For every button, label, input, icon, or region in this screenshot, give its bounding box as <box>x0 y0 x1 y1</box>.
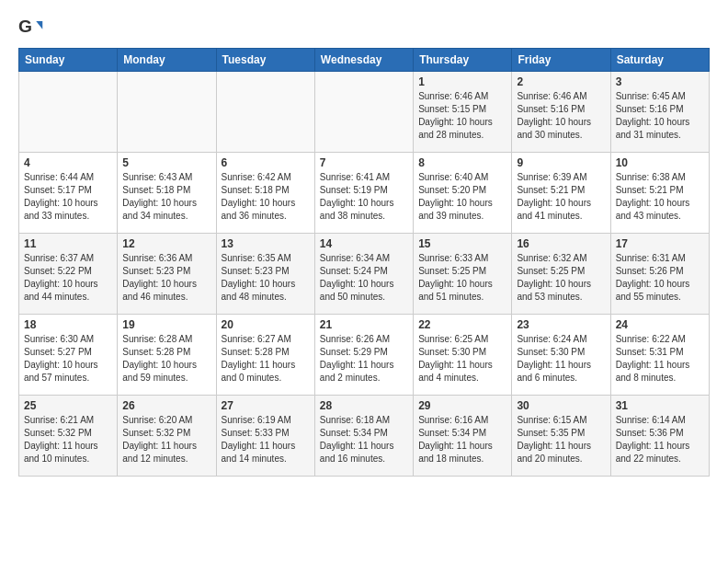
weekday-header-tuesday: Tuesday <box>216 49 314 72</box>
day-number: 7 <box>320 156 408 169</box>
day-cell: 6Sunrise: 6:42 AMSunset: 5:18 PMDaylight… <box>216 153 314 234</box>
day-cell: 20Sunrise: 6:27 AMSunset: 5:28 PMDayligh… <box>216 315 314 396</box>
day-cell: 21Sunrise: 6:26 AMSunset: 5:29 PMDayligh… <box>314 315 413 396</box>
day-info: Sunrise: 6:40 AMSunset: 5:20 PMDaylight:… <box>418 171 506 223</box>
weekday-header-thursday: Thursday <box>414 49 512 72</box>
day-number: 23 <box>517 318 605 331</box>
day-number: 10 <box>616 156 704 169</box>
day-cell: 8Sunrise: 6:40 AMSunset: 5:20 PMDaylight… <box>414 153 512 234</box>
day-info: Sunrise: 6:30 AMSunset: 5:27 PMDaylight:… <box>24 333 112 385</box>
day-cell: 12Sunrise: 6:36 AMSunset: 5:23 PMDayligh… <box>118 234 216 315</box>
day-info: Sunrise: 6:25 AMSunset: 5:30 PMDaylight:… <box>418 333 506 385</box>
day-info: Sunrise: 6:20 AMSunset: 5:32 PMDaylight:… <box>122 414 210 465</box>
day-cell <box>314 72 413 153</box>
day-number: 25 <box>24 399 112 412</box>
day-number: 22 <box>418 318 506 331</box>
day-number: 17 <box>616 237 704 250</box>
day-info: Sunrise: 6:18 AMSunset: 5:34 PMDaylight:… <box>320 414 408 465</box>
day-number: 18 <box>24 318 112 331</box>
day-info: Sunrise: 6:45 AMSunset: 5:16 PMDaylight:… <box>616 90 704 142</box>
logo: G <box>18 15 48 40</box>
day-cell: 1Sunrise: 6:46 AMSunset: 5:15 PMDaylight… <box>414 72 512 153</box>
day-number: 13 <box>222 237 310 250</box>
day-info: Sunrise: 6:46 AMSunset: 5:16 PMDaylight:… <box>517 90 605 142</box>
week-row-2: 4Sunrise: 6:44 AMSunset: 5:17 PMDaylight… <box>19 153 710 234</box>
day-info: Sunrise: 6:38 AMSunset: 5:21 PMDaylight:… <box>616 171 704 223</box>
weekday-header-monday: Monday <box>118 49 216 72</box>
day-number: 30 <box>517 399 605 412</box>
day-cell: 19Sunrise: 6:28 AMSunset: 5:28 PMDayligh… <box>118 315 216 396</box>
day-number: 1 <box>418 75 506 88</box>
day-number: 14 <box>320 237 408 250</box>
day-info: Sunrise: 6:26 AMSunset: 5:29 PMDaylight:… <box>320 333 408 385</box>
day-cell: 29Sunrise: 6:16 AMSunset: 5:34 PMDayligh… <box>414 396 512 477</box>
day-cell: 28Sunrise: 6:18 AMSunset: 5:34 PMDayligh… <box>314 396 413 477</box>
day-cell: 3Sunrise: 6:45 AMSunset: 5:16 PMDaylight… <box>610 72 709 153</box>
day-info: Sunrise: 6:44 AMSunset: 5:17 PMDaylight:… <box>24 171 112 223</box>
week-row-3: 11Sunrise: 6:37 AMSunset: 5:22 PMDayligh… <box>19 234 710 315</box>
day-info: Sunrise: 6:32 AMSunset: 5:25 PMDaylight:… <box>517 252 605 304</box>
day-cell: 22Sunrise: 6:25 AMSunset: 5:30 PMDayligh… <box>414 315 512 396</box>
day-cell: 31Sunrise: 6:14 AMSunset: 5:36 PMDayligh… <box>610 396 709 477</box>
day-cell: 16Sunrise: 6:32 AMSunset: 5:25 PMDayligh… <box>512 234 610 315</box>
day-info: Sunrise: 6:19 AMSunset: 5:33 PMDaylight:… <box>222 414 310 465</box>
day-info: Sunrise: 6:22 AMSunset: 5:31 PMDaylight:… <box>616 333 704 385</box>
day-cell: 9Sunrise: 6:39 AMSunset: 5:21 PMDaylight… <box>512 153 610 234</box>
day-number: 15 <box>418 237 506 250</box>
weekday-header-sunday: Sunday <box>19 49 118 72</box>
day-cell <box>118 72 216 153</box>
day-cell: 15Sunrise: 6:33 AMSunset: 5:25 PMDayligh… <box>414 234 512 315</box>
day-number: 5 <box>122 156 210 169</box>
day-cell: 2Sunrise: 6:46 AMSunset: 5:16 PMDaylight… <box>512 72 610 153</box>
day-info: Sunrise: 6:39 AMSunset: 5:21 PMDaylight:… <box>517 171 605 223</box>
day-info: Sunrise: 6:46 AMSunset: 5:15 PMDaylight:… <box>418 90 506 142</box>
day-info: Sunrise: 6:16 AMSunset: 5:34 PMDaylight:… <box>418 414 506 465</box>
day-number: 31 <box>616 399 704 412</box>
weekday-header-saturday: Saturday <box>610 49 709 72</box>
day-info: Sunrise: 6:43 AMSunset: 5:18 PMDaylight:… <box>122 171 210 223</box>
day-info: Sunrise: 6:33 AMSunset: 5:25 PMDaylight:… <box>418 252 506 304</box>
logo-icon: G <box>18 15 44 40</box>
day-cell: 10Sunrise: 6:38 AMSunset: 5:21 PMDayligh… <box>610 153 709 234</box>
day-cell: 13Sunrise: 6:35 AMSunset: 5:23 PMDayligh… <box>216 234 314 315</box>
day-info: Sunrise: 6:31 AMSunset: 5:26 PMDaylight:… <box>616 252 704 304</box>
day-info: Sunrise: 6:24 AMSunset: 5:30 PMDaylight:… <box>517 333 605 385</box>
weekday-header-wednesday: Wednesday <box>314 49 413 72</box>
day-cell: 14Sunrise: 6:34 AMSunset: 5:24 PMDayligh… <box>314 234 413 315</box>
weekday-header-row: SundayMondayTuesdayWednesdayThursdayFrid… <box>19 49 710 72</box>
week-row-1: 1Sunrise: 6:46 AMSunset: 5:15 PMDaylight… <box>19 72 710 153</box>
day-number: 28 <box>320 399 408 412</box>
week-row-4: 18Sunrise: 6:30 AMSunset: 5:27 PMDayligh… <box>19 315 710 396</box>
day-number: 27 <box>222 399 310 412</box>
day-number: 8 <box>418 156 506 169</box>
day-cell: 25Sunrise: 6:21 AMSunset: 5:32 PMDayligh… <box>19 396 118 477</box>
day-number: 4 <box>24 156 112 169</box>
day-number: 3 <box>616 75 704 88</box>
week-row-5: 25Sunrise: 6:21 AMSunset: 5:32 PMDayligh… <box>19 396 710 477</box>
day-number: 16 <box>517 237 605 250</box>
day-cell <box>216 72 314 153</box>
day-info: Sunrise: 6:28 AMSunset: 5:28 PMDaylight:… <box>122 333 210 385</box>
day-number: 2 <box>517 75 605 88</box>
svg-marker-1 <box>36 21 42 29</box>
day-cell: 23Sunrise: 6:24 AMSunset: 5:30 PMDayligh… <box>512 315 610 396</box>
day-info: Sunrise: 6:37 AMSunset: 5:22 PMDaylight:… <box>24 252 112 304</box>
day-cell: 26Sunrise: 6:20 AMSunset: 5:32 PMDayligh… <box>118 396 216 477</box>
day-number: 12 <box>122 237 210 250</box>
day-info: Sunrise: 6:14 AMSunset: 5:36 PMDaylight:… <box>616 414 704 465</box>
day-info: Sunrise: 6:41 AMSunset: 5:19 PMDaylight:… <box>320 171 408 223</box>
page-header: G <box>18 15 710 40</box>
day-info: Sunrise: 6:21 AMSunset: 5:32 PMDaylight:… <box>24 414 112 465</box>
day-info: Sunrise: 6:35 AMSunset: 5:23 PMDaylight:… <box>222 252 310 304</box>
day-number: 6 <box>222 156 310 169</box>
weekday-header-friday: Friday <box>512 49 610 72</box>
day-cell: 11Sunrise: 6:37 AMSunset: 5:22 PMDayligh… <box>19 234 118 315</box>
day-cell: 30Sunrise: 6:15 AMSunset: 5:35 PMDayligh… <box>512 396 610 477</box>
day-number: 26 <box>122 399 210 412</box>
day-number: 21 <box>320 318 408 331</box>
day-info: Sunrise: 6:34 AMSunset: 5:24 PMDaylight:… <box>320 252 408 304</box>
day-cell: 7Sunrise: 6:41 AMSunset: 5:19 PMDaylight… <box>314 153 413 234</box>
day-cell: 4Sunrise: 6:44 AMSunset: 5:17 PMDaylight… <box>19 153 118 234</box>
day-info: Sunrise: 6:15 AMSunset: 5:35 PMDaylight:… <box>517 414 605 465</box>
day-cell: 18Sunrise: 6:30 AMSunset: 5:27 PMDayligh… <box>19 315 118 396</box>
